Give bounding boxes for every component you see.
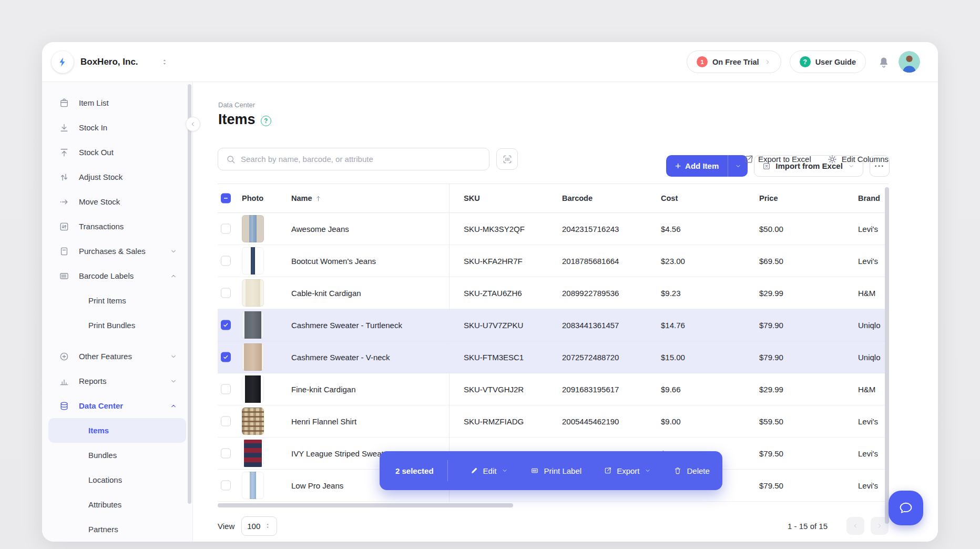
sidebar-item-items[interactable]: Items <box>48 418 186 443</box>
help-icon[interactable]: ? <box>261 116 271 126</box>
row-checkbox[interactable] <box>221 224 231 234</box>
sidebar-item-other-features[interactable]: Other Features <box>48 344 186 369</box>
export-to-excel-button[interactable]: Export to Excel <box>743 154 811 165</box>
edit-columns-button[interactable]: Edit Columns <box>827 154 889 165</box>
item-brand: Levi's <box>858 449 878 458</box>
add-item-button[interactable]: + Add Item <box>666 155 728 177</box>
free-trial-button[interactable]: 1 On Free Trial <box>687 50 781 73</box>
item-barcode: 2042315716243 <box>562 225 619 233</box>
sidebar-item-icon <box>59 401 69 411</box>
row-checkbox[interactable] <box>221 352 231 362</box>
user-avatar[interactable] <box>899 51 920 73</box>
sidebar-item-locations[interactable]: Locations <box>48 467 186 492</box>
sidebar-item-item-list[interactable]: Item List <box>48 90 186 115</box>
search-input[interactable] <box>241 155 482 164</box>
chevron-icon <box>169 377 178 385</box>
sidebar-item-icon <box>59 98 69 108</box>
sidebar-collapse-button[interactable] <box>186 117 200 131</box>
row-checkbox[interactable] <box>221 288 231 298</box>
breadcrumb: Data Center <box>218 101 255 109</box>
item-name: IVY League Striped Sweater <box>291 449 391 458</box>
search-icon <box>226 154 236 165</box>
column-header-name[interactable]: Name <box>291 194 322 202</box>
table-row[interactable]: Cashmere Sweater - V-neck SKU-FTM3ESC1 2… <box>218 341 889 373</box>
bulk-export-button[interactable]: Export <box>596 461 659 481</box>
item-brand: Levi's <box>858 225 878 233</box>
sidebar-item-purchases-sales[interactable]: Purchases & Sales <box>48 239 186 263</box>
user-guide-button[interactable]: ? User Guide <box>790 50 866 73</box>
item-barcode: 2072572488720 <box>562 353 619 362</box>
search-box <box>218 148 489 170</box>
item-barcode: 2005445462190 <box>562 417 619 426</box>
item-brand: Levi's <box>858 481 878 490</box>
sidebar-item-barcode-labels[interactable]: Barcode Labels <box>48 263 186 288</box>
sidebar-item-icon <box>59 123 69 133</box>
app-window: BoxHero, Inc. 1 On Free Trial ? User Gui… <box>42 42 938 542</box>
vertical-scrollbar[interactable] <box>885 187 889 524</box>
sidebar-item-label: Reports <box>79 377 107 385</box>
sidebar-item-data-center[interactable]: Data Center <box>48 393 186 418</box>
sidebar-item-print-bundles[interactable]: Print Bundles <box>48 313 186 338</box>
chat-launcher-button[interactable] <box>889 491 923 525</box>
table-row[interactable]: Bootcut Women's Jeans SKU-KFA2HR7F 20187… <box>218 245 889 277</box>
row-checkbox[interactable] <box>221 384 231 394</box>
row-checkbox[interactable] <box>221 481 231 491</box>
column-header-price: Price <box>759 194 778 202</box>
sidebar-item-label: Items <box>88 426 109 435</box>
sidebar-item-bundles[interactable]: Bundles <box>48 443 186 467</box>
sidebar-item-label: Move Stock <box>79 197 120 206</box>
item-cost: $14.76 <box>661 321 685 330</box>
company-switcher-icon[interactable] <box>160 58 169 66</box>
item-price: $79.50 <box>759 481 783 490</box>
page-size-select[interactable]: 100 <box>241 516 277 536</box>
sidebar-item-print-items[interactable]: Print Items <box>48 288 186 313</box>
select-all-checkbox[interactable] <box>221 194 231 204</box>
bulk-edit-button[interactable]: Edit <box>463 461 516 481</box>
chevron-icon <box>169 272 178 280</box>
sidebar-item-move-stock[interactable]: Move Stock <box>48 189 186 214</box>
sidebar-item-stock-in[interactable]: Stock In <box>48 115 186 140</box>
item-barcode: 2091683195617 <box>562 385 619 394</box>
sort-ascending-icon <box>314 195 322 202</box>
item-name: Cashmere Sweater - V-neck <box>291 353 390 362</box>
table-row[interactable]: Fine-knit Cardigan SKU-VTVGHJ2R 20916831… <box>218 373 889 405</box>
sidebar-item-icon <box>59 197 69 207</box>
table-header: Photo Name SKU Barcode Cost Price Brand <box>218 184 889 213</box>
row-checkbox[interactable] <box>221 416 231 426</box>
table-row[interactable]: Cashmere Sweater - Turtleneck SKU-U7V7ZP… <box>218 309 889 341</box>
item-barcode: 2083441361457 <box>562 321 619 330</box>
table-row[interactable]: Awesome Jeans SKU-MK3SY2QF 2042315716243… <box>218 213 889 245</box>
selected-count: 2 selected <box>395 466 434 475</box>
notifications-bell-icon[interactable] <box>877 56 890 68</box>
item-brand: H&M <box>858 289 875 298</box>
column-header-barcode: Barcode <box>562 194 593 202</box>
bulk-delete-button[interactable]: Delete <box>666 461 717 481</box>
sidebar-scrollbar[interactable] <box>188 84 191 504</box>
sidebar-item-adjust-stock[interactable]: Adjust Stock <box>48 165 186 189</box>
print-label-button[interactable]: Print Label <box>523 461 589 481</box>
sidebar-item-reports[interactable]: Reports <box>48 369 186 393</box>
item-brand: Levi's <box>858 257 878 266</box>
barcode-scan-button[interactable] <box>496 148 518 170</box>
table-row[interactable]: Henri Flannel Shirt SKU-RMZFIADG 2005445… <box>218 405 889 438</box>
sidebar-item-icon <box>59 271 69 281</box>
sidebar-item-partners[interactable]: Partners <box>48 517 186 542</box>
company-name[interactable]: BoxHero, Inc. <box>80 57 138 67</box>
item-brand: H&M <box>858 385 875 394</box>
item-sku: SKU-ZTAU6ZH6 <box>464 289 522 298</box>
row-checkbox[interactable] <box>221 449 231 459</box>
item-price: $79.90 <box>759 353 783 362</box>
item-name: Cable-knit Cardigan <box>291 289 361 298</box>
sidebar-item-label: Locations <box>88 475 122 484</box>
sidebar-item-attributes[interactable]: Attributes <box>48 492 186 517</box>
table-row[interactable]: Cable-knit Cardigan SKU-ZTAU6ZH6 2089922… <box>218 277 889 309</box>
horizontal-scrollbar[interactable] <box>218 503 513 507</box>
previous-page-button[interactable] <box>846 517 864 535</box>
sidebar-item-stock-out[interactable]: Stock Out <box>48 140 186 165</box>
sidebar-item-transactions[interactable]: Transactions <box>48 214 186 239</box>
row-checkbox[interactable] <box>221 256 231 266</box>
sidebar: Item List Stock In Stock Out Adjust Stoc… <box>42 82 193 542</box>
item-price: $59.50 <box>759 417 783 426</box>
pagination-range: 1 - 15 of 15 <box>788 522 828 531</box>
row-checkbox[interactable] <box>221 320 231 330</box>
